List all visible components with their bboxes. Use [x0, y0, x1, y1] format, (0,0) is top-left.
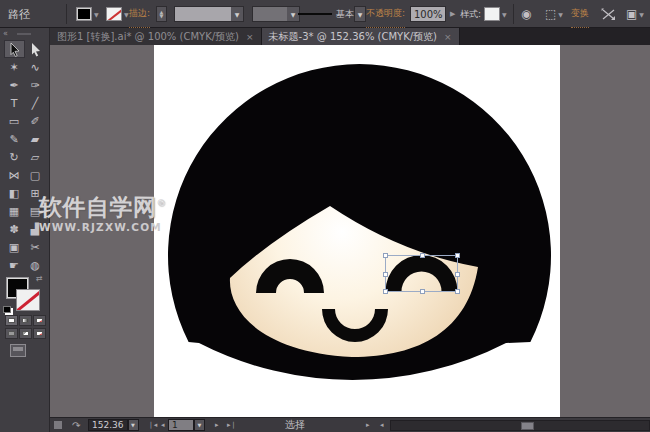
- artboard[interactable]: [154, 45, 560, 417]
- color-mode-button[interactable]: [5, 315, 18, 326]
- lasso-tool[interactable]: ∿: [25, 58, 46, 76]
- face-illustration: [154, 45, 560, 417]
- rotate-tool[interactable]: ↻: [4, 148, 25, 166]
- close-icon[interactable]: ×: [246, 32, 254, 42]
- chevron-down-icon: ▼: [502, 11, 507, 18]
- selection-handle[interactable]: [455, 253, 460, 258]
- first-artboard-button[interactable]: ❘◂: [148, 418, 157, 432]
- graph-tool[interactable]: ▟: [25, 220, 46, 238]
- last-artboard-button[interactable]: ▸❘: [227, 418, 236, 432]
- recolor-artwork-icon[interactable]: ◉: [521, 0, 531, 28]
- brush-preview: [298, 0, 332, 28]
- mesh-tool[interactable]: ▦: [4, 202, 25, 220]
- fill-color-swatch[interactable]: ▼: [76, 0, 99, 28]
- opacity-field[interactable]: 100%: [410, 0, 446, 28]
- zoom-level-field[interactable]: 152.36▼: [88, 418, 139, 432]
- close-icon[interactable]: ×: [444, 32, 452, 42]
- selection-handle[interactable]: [420, 253, 425, 258]
- brush-definition-label[interactable]: 基本: [336, 0, 354, 28]
- selection-type-label: 路径: [8, 0, 30, 28]
- current-tool-status: 选择: [285, 418, 305, 432]
- artboard-number-field[interactable]: 1▼: [168, 418, 205, 432]
- status-icon: [54, 418, 62, 432]
- more-options-icon[interactable]: ▣▼: [626, 0, 644, 28]
- paintbrush-tool[interactable]: ✐: [25, 112, 46, 130]
- hand-tool[interactable]: ☛: [4, 256, 25, 274]
- width-tool[interactable]: ⋈: [4, 166, 25, 184]
- opacity-spinner[interactable]: ▶: [450, 0, 455, 28]
- style-swatch[interactable]: ▼: [484, 0, 507, 28]
- opacity-link[interactable]: 不透明度:: [366, 0, 405, 28]
- selection-tool[interactable]: [4, 40, 25, 58]
- selection-handle[interactable]: [420, 289, 425, 294]
- chevron-down-icon[interactable]: ▼: [194, 419, 205, 431]
- stroke-link[interactable]: 描边:: [129, 0, 150, 28]
- selection-handle[interactable]: [455, 289, 460, 294]
- rectangle-tool[interactable]: ▭: [4, 112, 25, 130]
- selection-handle[interactable]: [383, 253, 388, 258]
- stroke-weight-stepper[interactable]: ▲▼: [156, 0, 167, 28]
- shape-builder-tool[interactable]: ◧: [4, 184, 25, 202]
- gradient-tool[interactable]: ▤: [25, 202, 46, 220]
- chevron-down-icon: ▼: [124, 11, 129, 18]
- default-colors-icon[interactable]: [3, 306, 11, 313]
- pencil-tool[interactable]: ✎: [4, 130, 25, 148]
- style-label: 样式:: [460, 0, 481, 28]
- brush-definition-combo[interactable]: ▼: [354, 0, 366, 28]
- free-transform-tool[interactable]: ▢: [25, 166, 46, 184]
- tools-panel: « ✶ ∿ ✒ ✑ T ╱ ▭ ✐ ✎ ▰ ↻ ▱ ⋈ ▢ ◧ ⊞ ▦ ▤ ✽ …: [0, 28, 50, 432]
- stroke-color-swatch[interactable]: ▼: [106, 0, 129, 28]
- horizontal-scrollbar[interactable]: [390, 420, 650, 431]
- perspective-grid-tool[interactable]: ⊞: [25, 184, 46, 202]
- slice-tool[interactable]: ✂: [25, 238, 46, 256]
- symbol-sprayer-tool[interactable]: ✽: [4, 220, 25, 238]
- zoom-tool[interactable]: ◍: [25, 256, 46, 274]
- type-tool[interactable]: T: [4, 94, 25, 112]
- screen-mode-button[interactable]: [10, 344, 26, 357]
- draw-behind-button[interactable]: [19, 328, 32, 339]
- prev-artboard-button[interactable]: ◂: [161, 418, 165, 432]
- magic-wand-tool[interactable]: ✶: [4, 58, 25, 76]
- eraser-tool[interactable]: ▰: [25, 130, 46, 148]
- width-profile-combo[interactable]: ▼: [252, 0, 300, 28]
- scroll-left-icon[interactable]: ◂: [380, 418, 384, 432]
- transform-link[interactable]: 变换: [571, 0, 589, 28]
- isolate-icon[interactable]: [601, 0, 616, 28]
- align-icon[interactable]: ⬚▼: [545, 0, 563, 28]
- direct-selection-tool[interactable]: [25, 40, 46, 58]
- line-segment-tool[interactable]: ╱: [25, 94, 46, 112]
- none-mode-button[interactable]: [33, 315, 46, 326]
- scroll-right-icon[interactable]: ▸: [366, 418, 370, 432]
- collapse-panel-icon[interactable]: «: [3, 29, 8, 38]
- status-bar: ↷ 152.36▼ ❘◂ ◂ 1▼ ▸ ▸❘ 选择 ▸ ◂: [50, 417, 650, 432]
- illustrator-window: 路径 ▼ ▼ 描边: ▲▼ ▼ ▼ 基本 ▼ 不透明度: 100% ▶ 样式: …: [0, 0, 650, 432]
- stroke-color-well[interactable]: [16, 289, 40, 311]
- control-bar: 路径 ▼ ▼ 描边: ▲▼ ▼ ▼ 基本 ▼ 不透明度: 100% ▶ 样式: …: [0, 0, 650, 28]
- scale-tool[interactable]: ▱: [25, 148, 46, 166]
- next-artboard-button[interactable]: ▸: [215, 418, 219, 432]
- bridge-icon[interactable]: ↷: [72, 418, 80, 432]
- selection-bounding-box[interactable]: [385, 255, 458, 292]
- chevron-down-icon[interactable]: ▼: [128, 419, 139, 431]
- gradient-mode-button[interactable]: [19, 315, 32, 326]
- document-tab-bar: 图形1 [转换].ai* @ 100% (CMYK/预览) × 未标题-3* @…: [50, 28, 650, 45]
- selection-handle[interactable]: [455, 272, 460, 277]
- pen-tool[interactable]: ✒: [4, 76, 25, 94]
- selection-handle[interactable]: [383, 289, 388, 294]
- tab-document-2[interactable]: 未标题-3* @ 152.36% (CMYK/预览) ×: [262, 28, 460, 45]
- swap-colors-icon[interactable]: ⇄: [36, 274, 43, 283]
- canvas-pasteboard[interactable]: [50, 45, 650, 417]
- chevron-down-icon: ▼: [94, 11, 99, 18]
- draw-inside-button[interactable]: [33, 328, 46, 339]
- scrollbar-thumb[interactable]: [521, 422, 534, 430]
- stroke-weight-combo[interactable]: ▼: [174, 0, 244, 28]
- selection-handle[interactable]: [383, 272, 388, 277]
- tab-document-1[interactable]: 图形1 [转换].ai* @ 100% (CMYK/预览) ×: [50, 28, 262, 45]
- chevron-down-icon: ▼: [231, 7, 243, 21]
- artboard-tool[interactable]: ▣: [4, 238, 25, 256]
- draw-normal-button[interactable]: [5, 328, 18, 339]
- curvature-pen-tool[interactable]: ✑: [25, 76, 46, 94]
